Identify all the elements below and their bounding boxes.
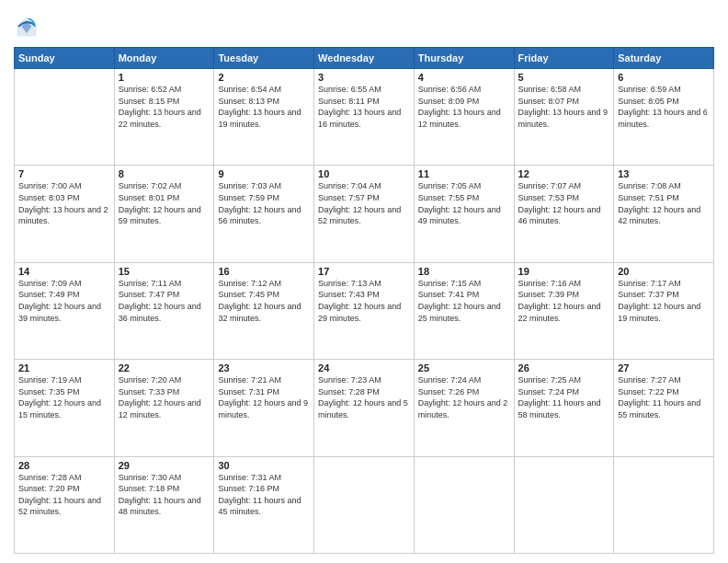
day-number: 8 [119, 168, 210, 179]
cell-info: Sunrise: 7:23 AMSunset: 7:28 PMDaylight:… [318, 374, 410, 420]
cell-info: Sunrise: 6:55 AMSunset: 8:11 PMDaylight:… [318, 84, 410, 130]
calendar-cell: 2Sunrise: 6:54 AMSunset: 8:13 PMDaylight… [214, 69, 314, 166]
calendar-cell [15, 69, 115, 166]
day-number: 26 [518, 362, 610, 373]
weekday-header-row: Sunday Monday Tuesday Wednesday Thursday… [15, 48, 714, 69]
calendar-cell: 17Sunrise: 7:13 AMSunset: 7:43 PMDayligh… [314, 262, 415, 359]
cell-info: Sunrise: 7:21 AMSunset: 7:31 PMDaylight:… [218, 374, 310, 420]
calendar-cell [414, 456, 514, 553]
header-sunday: Sunday [15, 48, 115, 69]
cell-info: Sunrise: 7:19 AMSunset: 7:35 PMDaylight:… [18, 374, 110, 420]
calendar-week-row: 28Sunrise: 7:28 AMSunset: 7:20 PMDayligh… [15, 456, 714, 553]
cell-info: Sunrise: 7:07 AMSunset: 7:53 PMDaylight:… [518, 180, 610, 226]
cell-info: Sunrise: 7:17 AMSunset: 7:37 PMDaylight:… [618, 278, 710, 324]
calendar-week-row: 7Sunrise: 7:00 AMSunset: 8:03 PMDaylight… [15, 166, 714, 262]
header-thursday: Thursday [414, 48, 514, 69]
logo-icon [14, 14, 40, 40]
cell-info: Sunrise: 7:11 AMSunset: 7:47 PMDaylight:… [119, 278, 210, 324]
day-number: 25 [418, 362, 510, 373]
cell-info: Sunrise: 6:56 AMSunset: 8:09 PMDaylight:… [418, 84, 510, 130]
cell-info: Sunrise: 7:30 AMSunset: 7:18 PMDaylight:… [119, 472, 210, 518]
cell-info: Sunrise: 7:31 AMSunset: 7:16 PMDaylight:… [218, 472, 310, 518]
cell-info: Sunrise: 6:58 AMSunset: 8:07 PMDaylight:… [518, 84, 610, 130]
day-number: 19 [518, 266, 610, 277]
cell-info: Sunrise: 7:04 AMSunset: 7:57 PMDaylight:… [318, 180, 410, 226]
calendar-cell: 25Sunrise: 7:24 AMSunset: 7:26 PMDayligh… [414, 360, 514, 456]
cell-info: Sunrise: 7:12 AMSunset: 7:45 PMDaylight:… [218, 278, 310, 324]
day-number: 7 [18, 168, 110, 179]
day-number: 24 [318, 362, 410, 373]
cell-info: Sunrise: 7:25 AMSunset: 7:24 PMDaylight:… [518, 374, 610, 420]
calendar-cell: 26Sunrise: 7:25 AMSunset: 7:24 PMDayligh… [514, 360, 614, 456]
calendar-cell: 20Sunrise: 7:17 AMSunset: 7:37 PMDayligh… [614, 262, 714, 359]
calendar-cell: 10Sunrise: 7:04 AMSunset: 7:57 PMDayligh… [314, 166, 415, 262]
cell-info: Sunrise: 6:52 AMSunset: 8:15 PMDaylight:… [119, 84, 210, 130]
day-number: 29 [119, 460, 210, 471]
day-number: 23 [218, 362, 310, 373]
logo [14, 14, 43, 40]
cell-info: Sunrise: 7:03 AMSunset: 7:59 PMDaylight:… [218, 180, 310, 226]
day-number: 2 [218, 72, 310, 83]
cell-info: Sunrise: 7:09 AMSunset: 7:49 PMDaylight:… [18, 278, 110, 324]
day-number: 12 [518, 168, 610, 179]
day-number: 20 [618, 266, 710, 277]
calendar-cell: 23Sunrise: 7:21 AMSunset: 7:31 PMDayligh… [214, 360, 314, 456]
cell-info: Sunrise: 7:16 AMSunset: 7:39 PMDaylight:… [518, 278, 610, 324]
calendar-cell: 6Sunrise: 6:59 AMSunset: 8:05 PMDaylight… [614, 69, 714, 166]
calendar-cell: 18Sunrise: 7:15 AMSunset: 7:41 PMDayligh… [414, 262, 514, 359]
calendar-cell: 5Sunrise: 6:58 AMSunset: 8:07 PMDaylight… [514, 69, 614, 166]
calendar-cell: 22Sunrise: 7:20 AMSunset: 7:33 PMDayligh… [114, 360, 214, 456]
calendar-cell: 13Sunrise: 7:08 AMSunset: 7:51 PMDayligh… [614, 166, 714, 262]
calendar-cell: 7Sunrise: 7:00 AMSunset: 8:03 PMDaylight… [15, 166, 115, 262]
day-number: 6 [618, 72, 710, 83]
page: Sunday Monday Tuesday Wednesday Thursday… [0, 0, 728, 563]
calendar-cell: 15Sunrise: 7:11 AMSunset: 7:47 PMDayligh… [114, 262, 214, 359]
cell-info: Sunrise: 7:20 AMSunset: 7:33 PMDaylight:… [119, 374, 210, 420]
cell-info: Sunrise: 7:28 AMSunset: 7:20 PMDaylight:… [18, 472, 110, 518]
day-number: 13 [618, 168, 710, 179]
cell-info: Sunrise: 7:08 AMSunset: 7:51 PMDaylight:… [618, 180, 710, 226]
day-number: 27 [618, 362, 710, 373]
day-number: 10 [318, 168, 410, 179]
day-number: 28 [18, 460, 110, 471]
header-monday: Monday [114, 48, 214, 69]
calendar-week-row: 21Sunrise: 7:19 AMSunset: 7:35 PMDayligh… [15, 360, 714, 456]
calendar-cell: 27Sunrise: 7:27 AMSunset: 7:22 PMDayligh… [614, 360, 714, 456]
day-number: 4 [418, 72, 510, 83]
cell-info: Sunrise: 7:24 AMSunset: 7:26 PMDaylight:… [418, 374, 510, 420]
calendar-table: Sunday Monday Tuesday Wednesday Thursday… [14, 47, 714, 554]
day-number: 1 [119, 72, 210, 83]
calendar-cell: 4Sunrise: 6:56 AMSunset: 8:09 PMDaylight… [414, 69, 514, 166]
day-number: 15 [119, 266, 210, 277]
day-number: 17 [318, 266, 410, 277]
calendar-cell: 24Sunrise: 7:23 AMSunset: 7:28 PMDayligh… [314, 360, 415, 456]
day-number: 9 [218, 168, 310, 179]
header-saturday: Saturday [614, 48, 714, 69]
calendar-cell: 3Sunrise: 6:55 AMSunset: 8:11 PMDaylight… [314, 69, 415, 166]
calendar-week-row: 14Sunrise: 7:09 AMSunset: 7:49 PMDayligh… [15, 262, 714, 359]
calendar-cell: 29Sunrise: 7:30 AMSunset: 7:18 PMDayligh… [114, 456, 214, 553]
calendar-cell: 9Sunrise: 7:03 AMSunset: 7:59 PMDaylight… [214, 166, 314, 262]
header [14, 14, 714, 40]
calendar-cell: 28Sunrise: 7:28 AMSunset: 7:20 PMDayligh… [15, 456, 115, 553]
calendar-cell: 19Sunrise: 7:16 AMSunset: 7:39 PMDayligh… [514, 262, 614, 359]
calendar-cell [614, 456, 714, 553]
header-tuesday: Tuesday [214, 48, 314, 69]
cell-info: Sunrise: 6:59 AMSunset: 8:05 PMDaylight:… [618, 84, 710, 130]
day-number: 22 [119, 362, 210, 373]
cell-info: Sunrise: 6:54 AMSunset: 8:13 PMDaylight:… [218, 84, 310, 130]
day-number: 5 [518, 72, 610, 83]
cell-info: Sunrise: 7:27 AMSunset: 7:22 PMDaylight:… [618, 374, 710, 420]
day-number: 16 [218, 266, 310, 277]
day-number: 11 [418, 168, 510, 179]
calendar-week-row: 1Sunrise: 6:52 AMSunset: 8:15 PMDaylight… [15, 69, 714, 166]
calendar-cell: 21Sunrise: 7:19 AMSunset: 7:35 PMDayligh… [15, 360, 115, 456]
calendar-cell: 11Sunrise: 7:05 AMSunset: 7:55 PMDayligh… [414, 166, 514, 262]
header-wednesday: Wednesday [314, 48, 415, 69]
calendar-cell: 12Sunrise: 7:07 AMSunset: 7:53 PMDayligh… [514, 166, 614, 262]
calendar-cell: 8Sunrise: 7:02 AMSunset: 8:01 PMDaylight… [114, 166, 214, 262]
day-number: 30 [218, 460, 310, 471]
calendar-cell: 14Sunrise: 7:09 AMSunset: 7:49 PMDayligh… [15, 262, 115, 359]
calendar-cell: 16Sunrise: 7:12 AMSunset: 7:45 PMDayligh… [214, 262, 314, 359]
day-number: 3 [318, 72, 410, 83]
